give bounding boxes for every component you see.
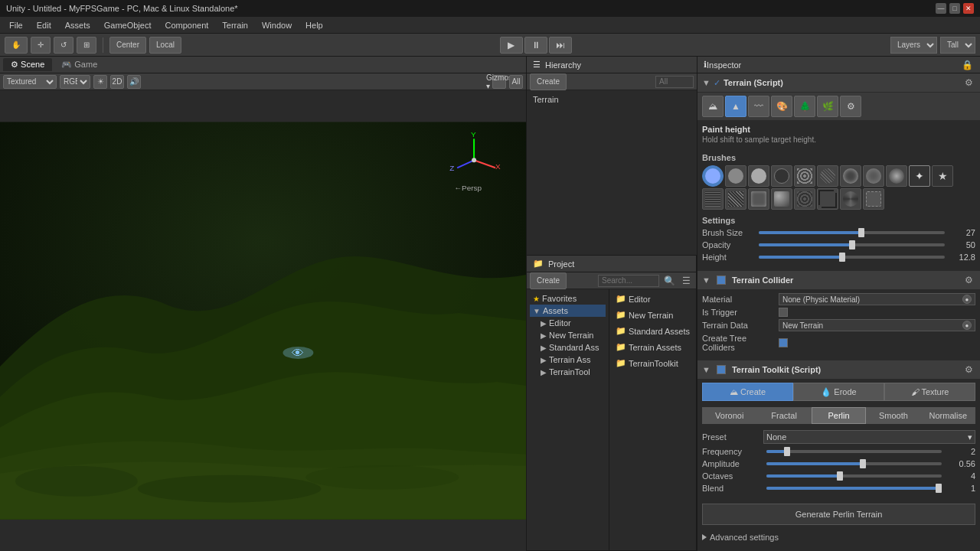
toolkit-tab-create[interactable]: ⛰ Create <box>702 383 793 401</box>
is-trigger-checkbox[interactable] <box>779 308 788 317</box>
layers-dropdown[interactable]: Layers <box>890 37 937 54</box>
menu-file[interactable]: File <box>3 19 29 31</box>
hierarchy-create-button[interactable]: Create <box>530 73 567 90</box>
brush-16[interactable] <box>817 188 838 210</box>
brush-10[interactable]: ★ <box>932 165 953 187</box>
local-global-button[interactable]: Local <box>149 37 181 54</box>
noise-tab-smooth[interactable]: Smooth <box>866 407 920 424</box>
collider-checkbox[interactable] <box>717 276 726 285</box>
brush-0[interactable] <box>702 165 724 187</box>
raise-lower-tool[interactable]: ⛰ <box>702 96 724 117</box>
paint-texture-tool[interactable]: 🎨 <box>771 96 792 117</box>
menu-help[interactable]: Help <box>299 19 329 31</box>
move-tool-button[interactable]: ✛ <box>31 37 51 54</box>
noise-tab-perlin[interactable]: Perlin <box>812 407 866 424</box>
generate-perlin-button[interactable]: Generate Perlin Terrain <box>702 504 975 525</box>
frequency-slider[interactable] <box>766 450 942 453</box>
view-2d-icon[interactable]: 2D <box>110 75 124 89</box>
brush-7[interactable] <box>863 165 884 187</box>
scene-view[interactable]: 👁 Y X Z ←Persp <box>0 90 526 551</box>
material-picker-icon[interactable]: ● <box>962 295 972 304</box>
tab-scene[interactable]: ⚙ Scene <box>3 58 52 71</box>
noise-tab-fractal[interactable]: Fractal <box>756 407 811 424</box>
brush-9[interactable]: ✦ <box>909 165 930 187</box>
paint-height-tool[interactable]: ▲ <box>725 96 746 117</box>
step-button[interactable]: ⏭ <box>549 37 572 54</box>
brush-5[interactable] <box>817 165 838 187</box>
menu-gameobject[interactable]: GameObject <box>98 19 158 31</box>
audio-icon[interactable]: 🔊 <box>127 75 141 89</box>
smooth-height-tool[interactable]: 〰 <box>748 96 769 117</box>
sun-icon[interactable]: ☀ <box>93 75 107 89</box>
menu-component[interactable]: Component <box>158 19 214 31</box>
advanced-toggle[interactable]: Advanced settings <box>702 533 975 542</box>
color-mode-dropdown[interactable]: RGB <box>60 75 90 89</box>
brush-11[interactable] <box>702 188 724 210</box>
terrain-data-picker-icon[interactable]: ● <box>962 321 972 330</box>
all-filter[interactable]: All <box>509 75 523 89</box>
brush-2[interactable] <box>748 165 769 187</box>
file-terrain-toolkit[interactable]: 📁 TerrainToolkit <box>612 357 681 370</box>
brush-17[interactable] <box>840 188 861 210</box>
center-pivot-button[interactable]: Center <box>109 37 146 54</box>
hierarchy-item-terrain[interactable]: Terrain <box>530 93 694 106</box>
menu-edit[interactable]: Edit <box>31 19 57 31</box>
terrain-settings-tool[interactable]: ⚙ <box>840 96 861 117</box>
file-new-terrain[interactable]: 📁 New Terrain <box>612 308 677 321</box>
menu-window[interactable]: Window <box>256 19 298 31</box>
tree-assets[interactable]: ▼ Assets <box>530 305 606 317</box>
brush-8[interactable] <box>886 165 907 187</box>
octaves-slider[interactable] <box>766 474 942 478</box>
hand-tool-button[interactable]: ✋ <box>5 37 28 54</box>
toolkit-tab-texture[interactable]: 🖌 Texture <box>884 383 975 401</box>
tree-terrain-assets[interactable]: ▶ Terrain Ass <box>530 354 606 366</box>
play-button[interactable]: ▶ <box>500 37 523 54</box>
terrain-script-header[interactable]: ▼ ✓ Terrain (Script) ⚙ <box>697 73 980 93</box>
tree-terrain-toolkit[interactable]: ▶ TerrainTool <box>530 366 606 378</box>
file-terrain-assets[interactable]: 📁 Terrain Assets <box>612 341 684 354</box>
collider-settings-icon[interactable]: ⚙ <box>962 273 975 287</box>
tab-game[interactable]: 🎮 Game <box>54 58 105 71</box>
amplitude-slider[interactable] <box>766 462 942 465</box>
project-search[interactable] <box>598 275 659 287</box>
file-editor[interactable]: 📁 Editor <box>612 292 654 305</box>
project-options-icon[interactable]: ☰ <box>679 274 693 288</box>
maximize-button[interactable]: □ <box>949 3 960 14</box>
height-slider[interactable] <box>759 256 945 259</box>
brush-3[interactable] <box>771 165 792 187</box>
close-button[interactable]: ✕ <box>963 3 974 14</box>
tree-standard-assets[interactable]: ▶ Standard Ass <box>530 341 606 354</box>
tree-editor[interactable]: ▶ Editor <box>530 317 606 329</box>
brush-15[interactable] <box>794 188 815 210</box>
tree-new-terrain[interactable]: ▶ New Terrain <box>530 329 606 341</box>
opacity-slider[interactable] <box>759 243 945 246</box>
brush-4[interactable] <box>794 165 815 187</box>
terrain-collider-header[interactable]: ▼ Terrain Collider ⚙ <box>697 271 980 290</box>
menu-terrain[interactable]: Terrain <box>216 19 254 31</box>
brush-14[interactable] <box>771 188 792 210</box>
toolkit-settings-icon[interactable]: ⚙ <box>962 363 975 377</box>
brush-1[interactable] <box>725 165 746 187</box>
place-trees-tool[interactable]: 🌲 <box>794 96 815 117</box>
project-search-icon[interactable]: 🔍 <box>662 274 676 288</box>
menu-assets[interactable]: Assets <box>59 19 96 31</box>
brush-18[interactable] <box>863 188 884 210</box>
pause-button[interactable]: ⏸ <box>524 37 547 54</box>
hierarchy-search[interactable] <box>655 76 694 88</box>
material-field[interactable]: None (Physic Material) ● <box>779 293 975 305</box>
terrain-script-settings-icon[interactable]: ⚙ <box>962 76 975 90</box>
brush-6[interactable] <box>840 165 861 187</box>
paint-details-tool[interactable]: 🌿 <box>817 96 838 117</box>
inspector-lock-icon[interactable]: 🔒 <box>960 58 974 72</box>
noise-tab-normalise[interactable]: Normalise <box>921 407 975 424</box>
scale-tool-button[interactable]: ⊞ <box>77 37 96 54</box>
toolkit-tab-erode[interactable]: 💧 Erode <box>793 383 884 401</box>
project-create-button[interactable]: Create <box>530 272 567 289</box>
terrain-data-field[interactable]: New Terrain ● <box>779 319 975 331</box>
rotate-tool-button[interactable]: ↺ <box>54 37 74 54</box>
gizmos-button[interactable]: Gizmos ▾ <box>492 75 506 89</box>
terrain-toolkit-header[interactable]: ▼ Terrain Toolkit (Script) ⚙ <box>697 360 980 380</box>
brush-13[interactable] <box>748 188 769 210</box>
brush-size-slider[interactable] <box>759 231 945 234</box>
minimize-button[interactable]: — <box>936 3 946 14</box>
